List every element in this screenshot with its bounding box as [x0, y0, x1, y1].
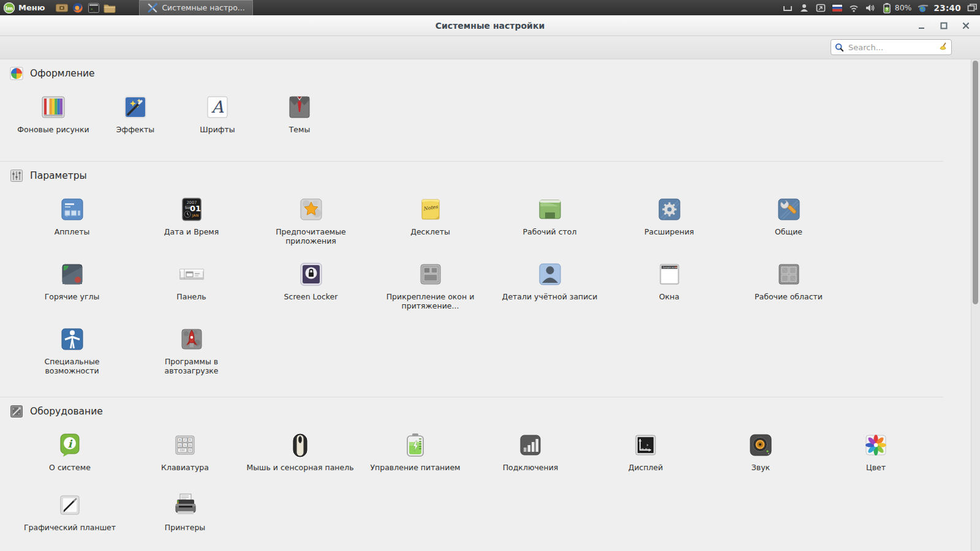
settings-item-workspaces[interactable]: Рабочие области: [729, 257, 848, 322]
settings-item-power[interactable]: Управление питанием: [358, 428, 473, 488]
scrollbar-track[interactable]: [971, 59, 980, 551]
desklets-icon: Notes: [416, 195, 445, 224]
window-titlebar: Системные настройки: [0, 15, 980, 36]
settings-item-label: Программы в автозагрузке: [138, 357, 246, 375]
settings-item-display[interactable]: Дисплей: [588, 428, 703, 488]
maximize-button[interactable]: [937, 19, 951, 32]
menu-label: Меню: [18, 3, 45, 12]
section-title: Оформление: [30, 68, 95, 79]
scrollbar-thumb[interactable]: [973, 61, 978, 304]
flag-ru-icon[interactable]: [832, 2, 843, 13]
svg-text:E: E: [189, 438, 191, 441]
settings-item-label: Звук: [752, 463, 770, 472]
screen-share-icon[interactable]: [815, 2, 826, 13]
weather-globe-icon[interactable]: [918, 2, 929, 13]
broom-icon[interactable]: [938, 42, 948, 52]
fonts-icon: A: [203, 92, 232, 122]
panel-launchers: >_: [55, 0, 117, 15]
settings-item-panel[interactable]: Панель: [132, 257, 251, 322]
settings-item-label: Темы: [289, 125, 311, 134]
settings-item-label: Горячие углы: [45, 292, 100, 301]
settings-content: ОформлениеФоновые рисункиЭффектыAШрифтыТ…: [0, 59, 971, 551]
settings-item-keyboard[interactable]: AZEQSDCtrl0Клавиатура: [127, 428, 243, 488]
settings-item-tablet[interactable]: Графический планшет: [12, 488, 127, 548]
settings-item-color[interactable]: Цвет: [818, 428, 933, 488]
settings-item-system-info[interactable]: iО системе: [12, 428, 127, 488]
system-info-icon: i: [55, 430, 85, 460]
settings-item-windows[interactable]: Sample windowОкна: [609, 257, 729, 322]
extensions-icon: [655, 195, 684, 224]
settings-item-applets[interactable]: Апплеты: [12, 192, 132, 257]
close-button[interactable]: [959, 19, 973, 32]
hot-corners-icon: [58, 260, 87, 289]
settings-item-sound[interactable]: Звук: [703, 428, 818, 488]
section-title: Параметры: [30, 170, 87, 181]
settings-item-themes[interactable]: Темы: [258, 90, 341, 151]
section-grid-hardware: iО системеAZEQSDCtrl0КлавиатураМышь и се…: [12, 428, 937, 548]
settings-item-label: Рабочие области: [755, 292, 823, 301]
svg-text:lm: lm: [6, 5, 13, 11]
settings-item-extensions[interactable]: Расширения: [609, 192, 729, 257]
settings-item-hot-corners[interactable]: Горячие углы: [12, 257, 132, 322]
menu-button[interactable]: lm Меню: [0, 0, 51, 15]
search-box[interactable]: [831, 39, 952, 55]
clock[interactable]: 23:40: [934, 3, 961, 13]
settings-item-label: Принтеры: [165, 523, 205, 532]
taskbar-window-button[interactable]: Системные настро...: [139, 0, 252, 15]
firefox-icon[interactable]: [70, 0, 85, 15]
screen-locker-icon: [296, 260, 326, 289]
wifi-icon[interactable]: [848, 2, 859, 13]
preferred-apps-icon: [296, 195, 326, 224]
mouse-icon: [285, 430, 315, 460]
window-list-icon[interactable]: [782, 2, 793, 13]
section-appearance-icon: [10, 67, 23, 80]
files-icon[interactable]: [102, 0, 117, 15]
settings-item-label: Эффекты: [116, 125, 155, 134]
settings-item-desklets[interactable]: NotesДесклеты: [371, 192, 490, 257]
workspaces-applet-icon[interactable]: [967, 2, 978, 13]
svg-text:Z: Z: [184, 438, 186, 441]
battery-icon[interactable]: [881, 2, 892, 13]
settings-item-effects[interactable]: Эффекты: [94, 90, 176, 151]
screenshot-tool-icon[interactable]: [55, 0, 69, 15]
settings-item-datetime[interactable]: 2007Sun01JANДата и Время: [132, 192, 251, 257]
svg-text:A: A: [211, 97, 224, 116]
windows-icon: Sample window: [655, 260, 684, 289]
settings-item-accessibility[interactable]: Специальные возможности: [12, 322, 132, 387]
general-icon: [774, 195, 804, 224]
settings-item-desktop[interactable]: Рабочий стол: [490, 192, 609, 257]
settings-item-label: Десклеты: [410, 227, 450, 236]
search-input[interactable]: [847, 42, 935, 53]
settings-item-mouse[interactable]: Мышь и сенсорная панель: [243, 428, 358, 488]
settings-item-window-tiling[interactable]: Прикрепление окон и притяжение...: [371, 257, 490, 322]
svg-text:D: D: [189, 444, 192, 447]
settings-item-label: Дата и Время: [164, 227, 219, 236]
system-tray: 80% 23:40: [782, 2, 980, 13]
themes-icon: [285, 92, 314, 122]
settings-item-label: Управление питанием: [370, 463, 460, 472]
svg-text:01: 01: [189, 204, 200, 213]
datetime-icon: 2007Sun01JAN: [177, 195, 206, 224]
volume-icon[interactable]: [865, 2, 876, 13]
settings-item-screen-locker[interactable]: Screen Locker: [251, 257, 371, 322]
settings-item-preferred-apps[interactable]: Предпочитаемые приложения: [251, 192, 371, 257]
settings-item-startup-programs[interactable]: Программы в автозагрузке: [132, 322, 251, 387]
tray-left-icons: [782, 2, 876, 13]
user-applet-icon[interactable]: [799, 2, 810, 13]
section-hardware-icon: [10, 405, 23, 418]
settings-item-backgrounds[interactable]: Фоновые рисунки: [12, 90, 94, 151]
tablet-icon: [55, 490, 85, 520]
settings-item-label: Специальные возможности: [18, 357, 126, 375]
terminal-icon[interactable]: >_: [86, 0, 101, 15]
window-tiling-icon: [416, 260, 445, 289]
settings-item-general[interactable]: Общие: [729, 192, 848, 257]
settings-item-account-details[interactable]: Детали учётной записи: [490, 257, 609, 322]
settings-item-network[interactable]: Подключения: [473, 428, 588, 488]
svg-text:0: 0: [189, 449, 191, 452]
settings-item-fonts[interactable]: AШрифты: [176, 90, 258, 151]
network-icon: [516, 430, 545, 460]
accessibility-icon: [58, 324, 87, 354]
account-details-icon: [535, 260, 565, 289]
minimize-button[interactable]: [915, 19, 929, 32]
settings-item-printers[interactable]: Принтеры: [127, 488, 243, 548]
